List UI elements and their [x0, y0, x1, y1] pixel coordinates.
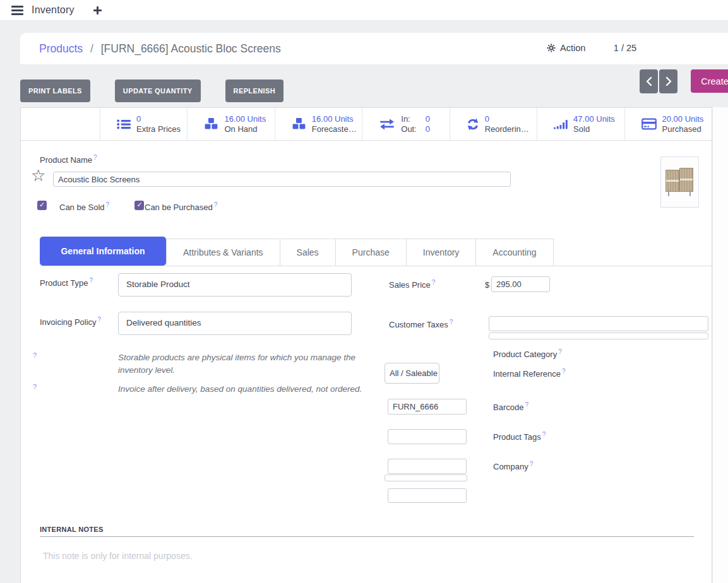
product-name-input[interactable] — [53, 172, 511, 187]
help-tooltip-marker[interactable]: ? — [98, 316, 102, 323]
bar-chart-icon — [554, 119, 568, 129]
breadcrumb-current: [FURN_6666] Acoustic Bloc Screens — [101, 42, 281, 55]
acoustic-screen-illustration — [665, 164, 695, 201]
can-be-purchased-checkbox[interactable] — [134, 201, 144, 210]
action-menu-button[interactable]: Action — [547, 43, 585, 53]
help-tooltip-marker[interactable]: ? — [33, 351, 37, 359]
app-title[interactable]: Inventory — [32, 4, 75, 16]
exchange-arrows-icon — [379, 119, 395, 130]
internal-notes-heading: INTERNAL NOTES — [40, 526, 104, 533]
internal-notes-placeholder[interactable]: This note is only for internal purposes. — [43, 551, 193, 561]
product-category-input[interactable]: All / Saleable — [385, 363, 439, 384]
product-tags-dropdown-remnant — [385, 474, 467, 481]
stat-out-label: Out: — [401, 124, 417, 134]
stat-reordering-rules[interactable]: 0 Reorderin… — [450, 108, 537, 140]
stat-value: 0 — [485, 114, 489, 124]
help-tooltip-marker[interactable]: ? — [432, 279, 436, 286]
tab-accounting[interactable]: Accounting — [476, 238, 553, 266]
favorite-star-icon[interactable]: ☆ — [31, 167, 45, 184]
stat-button-row: 0 Extra Prices 16.00 Units On Hand 16.00… — [21, 108, 712, 141]
stat-value: 20.00 Units — [662, 114, 704, 124]
stat-in-value: 0 — [426, 114, 430, 124]
invoicing-policy-select[interactable]: Delivered quantities — [118, 312, 352, 335]
company-input[interactable] — [388, 488, 467, 503]
apps-menu-icon[interactable] — [11, 4, 23, 17]
next-record-button[interactable] — [659, 69, 677, 93]
currency-symbol: $ — [485, 280, 489, 290]
invoicing-policy-label-text: Invoicing Policy — [40, 317, 97, 327]
help-tooltip-marker[interactable]: ? — [93, 154, 97, 161]
cubes-icon — [292, 118, 306, 130]
help-tooltip-marker[interactable]: ? — [106, 201, 110, 208]
tab-inventory[interactable]: Inventory — [407, 238, 477, 266]
customer-taxes-label-text: Customer Taxes — [389, 320, 448, 329]
create-button[interactable]: Create — [691, 69, 728, 93]
breadcrumb-products-link[interactable]: Products — [39, 42, 83, 55]
stat-spacer — [21, 108, 100, 140]
tab-attributes-variants[interactable]: Attributes & Variants — [166, 238, 280, 266]
stat-label: Forecaste… — [312, 124, 357, 134]
tab-sales[interactable]: Sales — [280, 238, 336, 266]
product-tags-label-text: Product Tags — [493, 432, 541, 442]
product-category-label-text: Product Category — [493, 350, 557, 359]
customer-taxes-input[interactable] — [489, 316, 708, 331]
breadcrumb: Products / [FURN_6666] Acoustic Bloc Scr… — [39, 42, 281, 56]
can-be-purchased-label: Can be Purchased? — [145, 201, 217, 212]
stat-purchased[interactable]: 20.00 Units Purchased — [624, 108, 712, 140]
gear-icon — [547, 44, 556, 52]
help-tooltip-marker[interactable]: ? — [214, 201, 218, 208]
previous-record-button[interactable] — [640, 69, 658, 93]
help-tooltip-marker[interactable]: ? — [558, 348, 562, 355]
update-quantity-button[interactable]: UPDATE QUANTITY — [115, 80, 201, 102]
stat-extra-prices[interactable]: 0 Extra Prices — [100, 108, 187, 140]
company-label: Company? — [493, 461, 533, 471]
can-be-sold-label-text: Can be Sold — [59, 203, 105, 212]
help-tooltip-marker[interactable]: ? — [450, 319, 453, 326]
tab-general-information[interactable]: General Information — [40, 237, 166, 266]
credit-card-icon — [641, 118, 657, 130]
stat-sold[interactable]: 47.00 Units Sold — [537, 108, 624, 140]
chevron-left-icon — [646, 77, 652, 86]
record-toolbar: PRINT LABELS UPDATE QUANTITY REPLENISH — [20, 80, 308, 102]
stat-in-out[interactable]: In: 0 Out: 0 — [362, 108, 449, 140]
scroll-gutter — [713, 107, 728, 583]
help-tooltip-marker[interactable]: ? — [562, 368, 566, 375]
tab-purchase[interactable]: Purchase — [336, 238, 407, 266]
sales-price-input[interactable] — [491, 276, 550, 292]
inventory-product-form-page: Inventory Products / [FURN_6666] Acousti… — [0, 0, 728, 583]
barcode-label: Barcode? — [493, 401, 528, 412]
plus-icon[interactable] — [93, 6, 102, 15]
help-tooltip-marker[interactable]: ? — [525, 401, 528, 408]
stat-on-hand[interactable]: 16.00 Units On Hand — [187, 108, 274, 140]
stat-value: 16.00 Units — [312, 114, 354, 124]
chevron-right-icon — [665, 77, 672, 86]
list-icon — [117, 119, 131, 130]
stat-out-value: 0 — [426, 124, 430, 134]
help-tooltip-marker[interactable]: ? — [542, 431, 546, 438]
breadcrumb-separator: / — [90, 42, 93, 55]
stat-label: Reorderin… — [485, 124, 529, 134]
can-be-sold-checkbox[interactable] — [37, 201, 47, 210]
internal-reference-label-text: Internal Reference — [493, 369, 561, 379]
notebook-tabs: General Information Attributes & Variant… — [40, 237, 712, 266]
barcode-label-text: Barcode — [493, 403, 523, 412]
can-be-purchased-label-text: Can be Purchased — [145, 203, 213, 212]
help-tooltip-marker[interactable]: ? — [33, 383, 37, 391]
print-labels-button[interactable]: PRINT LABELS — [20, 80, 90, 102]
stat-forecasted[interactable]: 16.00 Units Forecaste… — [275, 108, 362, 140]
replenish-button[interactable]: REPLENISH — [225, 80, 284, 102]
cubes-icon — [204, 118, 218, 130]
invoicing-policy-label: Invoicing Policy? — [40, 316, 101, 327]
sync-icon — [467, 118, 479, 131]
product-type-select[interactable]: Storable Product — [118, 273, 352, 297]
stat-value: 47.00 Units — [573, 114, 615, 124]
internal-reference-input[interactable] — [388, 399, 467, 415]
product-type-label: Product Type? — [40, 277, 93, 288]
help-tooltip-marker[interactable]: ? — [530, 461, 534, 468]
help-tooltip-marker[interactable]: ? — [89, 277, 93, 284]
product-image[interactable] — [660, 156, 699, 208]
barcode-input[interactable] — [388, 429, 467, 444]
stat-label: Purchased — [662, 124, 701, 134]
control-panel: Products / [FURN_6666] Acoustic Bloc Scr… — [20, 33, 728, 65]
product-tags-input[interactable] — [388, 459, 467, 474]
